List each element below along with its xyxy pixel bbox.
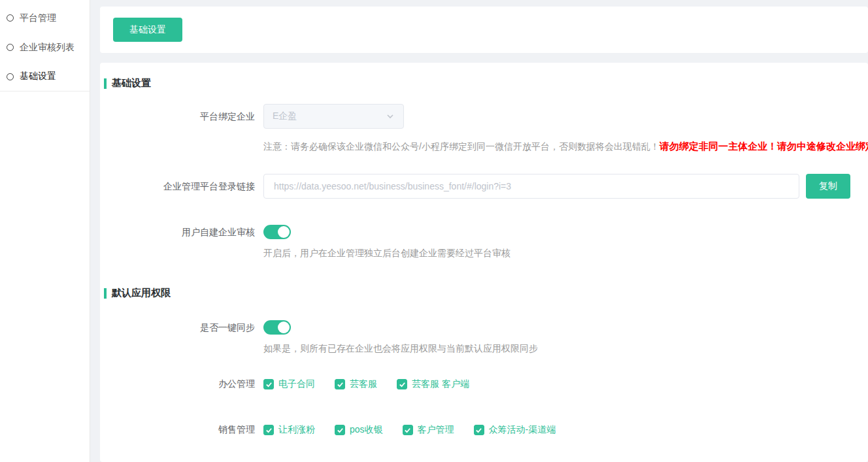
radio-circle-icon xyxy=(7,44,14,51)
checkbox-box xyxy=(397,379,407,389)
checkbox-label: 芸客服 xyxy=(350,378,377,390)
app-group-sales: 销售管理 让利涨粉 pos收银 客户管理 众筹活动-渠道端 xyxy=(100,424,868,436)
sidebar-item-label: 企业审核列表 xyxy=(20,42,75,54)
sidebar-item-label: 平台管理 xyxy=(20,12,56,24)
checkmark-icon xyxy=(404,427,411,434)
section-title: 默认应用权限 xyxy=(112,287,171,299)
section-accent-bar xyxy=(104,288,107,299)
platform-bind-value: E企盈 xyxy=(273,110,297,122)
login-link-input[interactable] xyxy=(263,174,799,199)
checkbox-label: pos收银 xyxy=(350,424,383,436)
sync-toggle-label: 是否一键同步 xyxy=(100,320,263,335)
app-group-label: 办公管理 xyxy=(100,378,263,389)
audit-toggle-switch[interactable] xyxy=(263,225,291,239)
bind-warning-note: 注意：请务必确保该企业微信和公众号/小程序绑定到同一微信开放平台，否则数据将会出… xyxy=(263,140,868,153)
checkbox-box xyxy=(474,425,484,435)
checkmark-icon xyxy=(399,381,406,388)
sync-help-text: 如果是，则所有已存在企业也会将应用权限与当前默认应用权限同步 xyxy=(263,343,868,355)
checkbox-group: 让利涨粉 pos收银 客户管理 众筹活动-渠道端 xyxy=(263,424,556,436)
checkbox-app[interactable]: 电子合同 xyxy=(263,378,315,390)
sidebar-item-basic-settings[interactable]: 基础设置 xyxy=(0,62,90,91)
checkmark-icon xyxy=(475,427,482,434)
checkmark-icon xyxy=(337,427,344,434)
chevron-down-icon xyxy=(386,112,395,121)
settings-card: 基础设置 平台绑定企业 E企盈 注意：请务必确保该企业微信和公众号/小程序绑定到… xyxy=(100,63,868,462)
checkmark-icon xyxy=(265,427,273,434)
checkbox-label: 众筹活动-渠道端 xyxy=(489,424,556,436)
audit-help-text: 开启后，用户在企业管理独立后台创建企业需要经过平台审核 xyxy=(263,248,868,259)
section-header-permissions: 默认应用权限 xyxy=(104,287,868,299)
copy-button[interactable]: 复制 xyxy=(806,174,850,199)
radio-circle-icon xyxy=(7,73,14,80)
checkbox-box xyxy=(335,425,345,435)
checkbox-label: 芸客服 客户端 xyxy=(412,378,469,390)
checkbox-box xyxy=(403,425,413,435)
checkbox-app[interactable]: 让利涨粉 xyxy=(263,424,315,436)
checkbox-app[interactable]: pos收银 xyxy=(335,424,383,436)
checkmark-icon xyxy=(265,381,273,388)
checkbox-label: 电子合同 xyxy=(278,378,315,390)
tab-basic-settings-button[interactable]: 基础设置 xyxy=(113,18,182,42)
checkbox-app[interactable]: 众筹活动-渠道端 xyxy=(474,424,556,436)
checkbox-app[interactable]: 芸客服 xyxy=(335,378,377,390)
checkbox-app[interactable]: 客户管理 xyxy=(403,424,454,436)
platform-bind-select[interactable]: E企盈 xyxy=(263,104,404,129)
sidebar-item-label: 基础设置 xyxy=(20,71,56,82)
tab-bar-card: 基础设置 xyxy=(100,7,868,53)
sync-toggle-row: 是否一键同步 xyxy=(100,320,868,335)
switch-knob xyxy=(278,226,290,238)
checkbox-app[interactable]: 芸客服 客户端 xyxy=(397,378,469,390)
note-gray-text: 注意：请务必确保该企业微信和公众号/小程序绑定到同一微信开放平台，否则数据将会出… xyxy=(263,141,659,152)
login-link-label: 企业管理平台登录链接 xyxy=(100,174,263,199)
audit-toggle-row: 用户自建企业审核 xyxy=(100,225,868,239)
sidebar-item-platform-management[interactable]: 平台管理 xyxy=(0,3,90,33)
section-header-basic: 基础设置 xyxy=(104,77,868,90)
section-title: 基础设置 xyxy=(112,77,151,90)
checkbox-label: 让利涨粉 xyxy=(278,424,315,436)
platform-bind-label: 平台绑定企业 xyxy=(100,104,263,129)
checkbox-box xyxy=(263,425,274,435)
checkmark-icon xyxy=(337,381,344,388)
switch-knob xyxy=(278,322,290,333)
radio-circle-icon xyxy=(7,14,14,22)
audit-toggle-label: 用户自建企业审核 xyxy=(100,225,263,239)
checkbox-box xyxy=(263,379,274,389)
sidebar: 平台管理 企业审核列表 基础设置 xyxy=(0,0,90,462)
checkbox-box xyxy=(335,379,345,389)
platform-bind-row: 平台绑定企业 E企盈 xyxy=(100,104,868,129)
note-red-text: 请勿绑定非同一主体企业！请勿中途修改企业绑定！ xyxy=(659,140,868,152)
section-accent-bar xyxy=(104,78,107,89)
login-link-row: 企业管理平台登录链接 复制 xyxy=(100,174,868,199)
checkbox-group: 电子合同 芸客服 芸客服 客户端 xyxy=(263,378,469,390)
sync-toggle-switch[interactable] xyxy=(263,320,291,335)
checkbox-label: 客户管理 xyxy=(418,424,454,436)
app-group-label: 销售管理 xyxy=(100,424,263,435)
main-content: 基础设置 基础设置 平台绑定企业 E企盈 注意：请务必确保该企业微信和公众号/小… xyxy=(100,0,868,462)
app-group-office: 办公管理 电子合同 芸客服 芸客服 客户端 xyxy=(100,378,868,390)
sidebar-item-enterprise-audit-list[interactable]: 企业审核列表 xyxy=(0,33,90,62)
